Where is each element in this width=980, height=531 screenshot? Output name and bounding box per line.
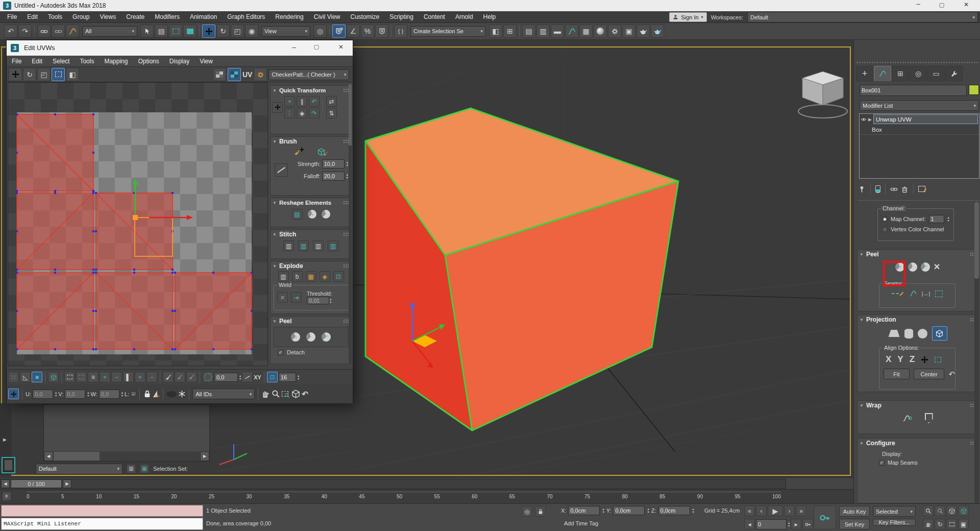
angle-snap-toggle[interactable]: ∠ [347,25,360,38]
peel-rollout-header[interactable]: ▼Peel [857,250,978,259]
break-button[interactable]: b [292,271,303,282]
spinner[interactable]: ▴▾ [788,521,790,527]
weld-threshold-field[interactable]: 0,01 [307,297,329,304]
brush-header[interactable]: ▼Brush [271,137,351,146]
curve-editor-button[interactable] [565,25,578,38]
projection-rollout-header[interactable]: ▼Projection [857,315,978,324]
zoom-extents-button[interactable] [946,505,957,516]
map-seams-checkbox[interactable]: ✓ [879,460,885,466]
select-and-scale-button[interactable]: ◰ [231,25,244,38]
uv-canvas[interactable] [8,82,268,366]
brush-falloff-field[interactable]: 20,0 [322,172,345,181]
zoom-region-icon[interactable] [282,390,290,398]
render-iterative-button[interactable] [651,25,664,38]
maxscript-listener-pink[interactable] [1,505,203,517]
select-and-place-button[interactable]: ◉ [245,25,258,38]
expand-icon[interactable]: ▶ [868,117,872,122]
selection-filter-dropdown[interactable]: All▾ [82,26,137,37]
w-field[interactable]: 0,0 [99,390,119,399]
edit-named-selection-sets-button[interactable]: { } [394,25,407,38]
x-coord-field[interactable]: 0,0cm [568,506,600,515]
uvw-titlebar[interactable]: 3 Edit UVWs – ▢ ✕ [7,40,353,56]
edge-selection-to-seams-button[interactable]: |→| [922,291,930,297]
spinner[interactable]: ▴▾ [121,391,123,397]
fit-region-icon[interactable] [935,357,941,363]
uvw-quick-peel-button[interactable]: ϟ [291,332,300,342]
space-vertical-button[interactable]: ∥ [297,96,307,107]
scrollbar-thumb[interactable] [974,202,979,279]
material-id-filter-dropdown[interactable]: All IDs▾ [192,389,255,399]
modifier-list-dropdown[interactable]: Modifier List▾ [860,100,979,111]
selection-lock-toggle[interactable] [535,506,546,517]
spinner[interactable]: ▴▾ [347,161,348,167]
time-slider-handle[interactable]: 0 / 100 [11,479,62,488]
align-button[interactable]: ⊞ [503,25,517,38]
render-setup-button[interactable] [608,25,621,38]
uvw-menu-display[interactable]: Display [164,56,194,66]
go-to-end-button[interactable]: » [796,505,806,516]
spherical-map-button[interactable] [918,329,927,339]
panel-grip[interactable] [856,61,978,64]
detach-checker-button[interactable]: ◈ [320,271,330,282]
paint-select-add-button[interactable] [175,372,185,382]
uvw-menu-select[interactable]: Select [47,56,75,66]
spinner[interactable]: ▴▾ [87,391,89,397]
uvw-scale-button[interactable]: ◰ [37,68,51,81]
relax-until-flat-button[interactable]: ϟ [308,210,316,219]
shrink-loop-button[interactable]: − [111,372,122,382]
spinner[interactable]: ▴▾ [693,508,694,514]
relax-brush-button[interactable] [317,147,328,156]
uvw-minimize-button[interactable]: – [286,43,302,51]
minimize-button[interactable]: – [906,0,930,11]
make-unique-icon[interactable] [890,185,898,193]
zoom-to-gizmo-icon[interactable]: ↶ [302,390,308,399]
spinner[interactable]: ▴▾ [647,508,649,514]
menu-group[interactable]: Group [67,12,94,22]
explode-header[interactable]: ▼Explode [271,261,351,271]
map-channel-value[interactable]: 1 [929,215,944,223]
zoom-all-button[interactable] [935,505,945,516]
sign-in-button[interactable]: Sign In ▾ [669,12,706,22]
key-mode-toggle[interactable] [802,519,813,529]
named-selection-set-dropdown[interactable]: Create Selection Se▾ [410,26,486,37]
distribute-vertical-button[interactable]: ⇅ [326,108,337,118]
unlink-selection-button[interactable] [52,25,65,38]
show-end-result-icon[interactable] [875,185,880,193]
spinner-snap-toggle[interactable] [375,25,388,38]
maximize-viewport-toggle[interactable]: ▣ [958,519,969,529]
stitch-custom-button[interactable]: ▥ [283,240,294,251]
next-frame-button[interactable]: › [784,505,795,516]
uvw-freeform-button[interactable] [52,68,65,81]
menu-tools[interactable]: Tools [43,12,67,22]
stitch-average-button[interactable]: ▥ [313,240,324,251]
tab-hierarchy[interactable]: ⊞ [892,66,909,81]
align-y-button[interactable]: Y [897,354,903,365]
grow-loop-button[interactable]: + [100,372,110,382]
mini-curve-editor-button[interactable]: ≡ [2,492,11,501]
viewport-layout-tab[interactable] [2,457,15,473]
workspace-dropdown[interactable]: Default ▾ [747,12,978,22]
edge-limit-field[interactable]: 16 [279,373,296,382]
detach-checkbox[interactable]: ✓ [278,350,283,355]
y-coord-field[interactable]: 0,0cm [613,506,645,515]
shrink-selection-button[interactable] [76,372,87,382]
menu-arnold[interactable]: Arnold [450,12,478,22]
select-ring-button[interactable]: ▌ [123,372,134,382]
toggle-scene-explorer-button[interactable]: ▤ [522,25,535,38]
texture-list-dropdown[interactable]: CheckerPatt...( Checker )▾ [268,69,349,80]
key-step-back-button[interactable]: ◂ [744,519,755,529]
move-brush-button[interactable] [294,148,304,156]
stitch-target-button[interactable]: ▥ [328,240,338,251]
vertex-subobject-button[interactable]: ∷ [8,372,19,382]
menu-edit[interactable]: Edit [22,12,43,22]
layout-preset-dropdown[interactable]: Default▾ [36,464,122,474]
menu-customize[interactable]: Customize [346,12,385,22]
uvw-peel-header[interactable]: ▼Peel [271,317,351,326]
falloff-space-label[interactable]: XY [254,374,261,380]
undo-button[interactable]: ↶ [4,25,17,38]
set-keys-button[interactable] [814,505,836,529]
set-key-button[interactable]: Set Key [839,519,870,529]
wrap-rollout-header[interactable]: ▼Wrap [857,401,978,410]
peel-mode-button[interactable] [908,262,917,272]
menu-graph-editors[interactable]: Graph Editors [222,12,270,22]
